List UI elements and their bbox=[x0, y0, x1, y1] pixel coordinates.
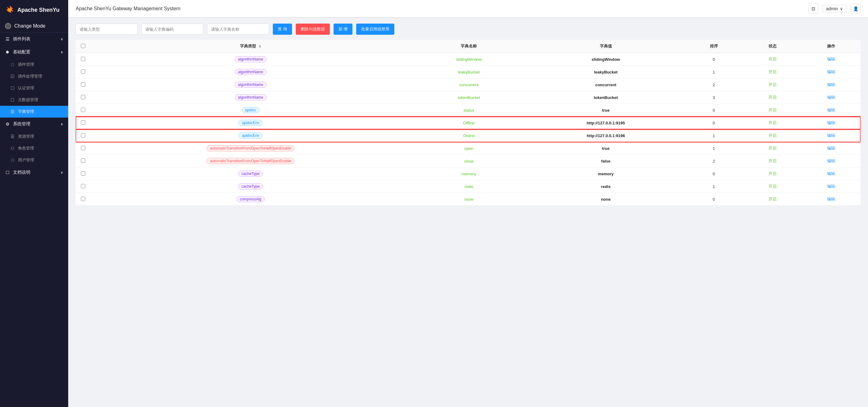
col-status-label: 状态 bbox=[769, 44, 777, 49]
edit-link[interactable]: 编辑 bbox=[827, 184, 835, 188]
row-checkbox[interactable] bbox=[81, 184, 85, 188]
row-checkbox[interactable] bbox=[81, 197, 85, 201]
change-mode-btn[interactable]: Change Mode bbox=[0, 20, 68, 33]
row-status-cell: 开启 bbox=[743, 193, 802, 206]
row-sort-cell: 1 bbox=[684, 129, 743, 142]
sidebar-item-meta-manage[interactable]: ☐ 元数据管理 bbox=[0, 94, 68, 106]
query-button[interactable]: 查 询 bbox=[273, 24, 292, 35]
edit-link[interactable]: 编辑 bbox=[827, 171, 835, 176]
table-row: apidocstatustrue0开启编辑 bbox=[75, 104, 861, 117]
delete-label: 删除勾选数据 bbox=[301, 26, 325, 32]
edit-link[interactable]: 编辑 bbox=[827, 120, 835, 125]
batch-button[interactable]: 批量启用或禁用 bbox=[356, 24, 394, 35]
header-monitor-btn[interactable]: ⊡ bbox=[808, 4, 818, 13]
row-sort-cell: 1 bbox=[684, 142, 743, 155]
row-type-cell: algorithmName bbox=[91, 53, 411, 66]
row-value-cell: http://127.0.0.1:9195 bbox=[527, 117, 684, 129]
row-checkbox-cell bbox=[75, 180, 91, 193]
row-checkbox[interactable] bbox=[81, 108, 85, 112]
row-type-cell: automaticTransitionFromOpenToHalfOpenEna… bbox=[91, 142, 411, 155]
sidebar-item-user-manage[interactable]: ⚆ 用户管理 bbox=[0, 154, 68, 166]
row-status-cell: 开启 bbox=[743, 168, 802, 180]
row-checkbox-cell bbox=[75, 155, 91, 168]
row-checkbox[interactable] bbox=[81, 69, 85, 74]
sidebar-item-resource-manage[interactable]: ☰ 资源管理 bbox=[0, 130, 68, 142]
edit-link[interactable]: 编辑 bbox=[827, 146, 835, 150]
add-button[interactable]: 新 增 bbox=[334, 24, 353, 35]
admin-menu-btn[interactable]: admin ∨ bbox=[822, 5, 847, 13]
row-checkbox[interactable] bbox=[81, 146, 85, 150]
sidebar-item-auth-manage[interactable]: ☐ 认证管理 bbox=[0, 82, 68, 94]
row-checkbox[interactable] bbox=[81, 95, 85, 99]
edit-link[interactable]: 编辑 bbox=[827, 57, 835, 61]
edit-link[interactable]: 编辑 bbox=[827, 197, 835, 201]
row-status-cell: 开启 bbox=[743, 117, 802, 129]
row-sort-cell: 2 bbox=[684, 155, 743, 168]
col-value-label: 字典值 bbox=[600, 44, 612, 49]
status-badge: 开启 bbox=[769, 158, 777, 163]
logo: Apache ShenYu bbox=[0, 0, 68, 20]
sidebar-item-sys-manage[interactable]: ⚙ 系统管理 ∧ bbox=[0, 118, 68, 130]
sidebar-item-role-manage[interactable]: ⚇ 角色管理 bbox=[0, 142, 68, 154]
col-type-label: 字典类型 bbox=[240, 44, 256, 49]
row-checkbox[interactable] bbox=[81, 82, 85, 87]
row-value-cell: http://127.0.0.1:9196 bbox=[527, 129, 684, 142]
edit-link[interactable]: 编辑 bbox=[827, 69, 835, 74]
sidebar-item-plugin-manage[interactable]: □ 插件管理 bbox=[0, 59, 68, 70]
row-checkbox-cell bbox=[75, 91, 91, 104]
search-type-input[interactable] bbox=[75, 24, 137, 35]
doc-explain-icon: ☐ bbox=[5, 170, 10, 175]
table-row: apidocEnvOfflinehttp://127.0.0.1:91950开启… bbox=[75, 117, 861, 129]
row-status-cell: 开启 bbox=[743, 53, 802, 66]
row-checkbox[interactable] bbox=[81, 158, 85, 163]
row-checkbox[interactable] bbox=[81, 133, 85, 138]
row-name-cell: open bbox=[411, 142, 527, 155]
col-name-label: 字典名称 bbox=[461, 44, 477, 49]
row-type-cell: cacheType bbox=[91, 168, 411, 180]
type-tag: algorithmName bbox=[235, 94, 267, 100]
status-badge: 开启 bbox=[769, 197, 777, 201]
col-checkbox bbox=[75, 40, 91, 53]
table-body: algorithmNameslidingWindowslidingWindow0… bbox=[75, 53, 861, 206]
type-tag: algorithmName bbox=[235, 69, 267, 75]
batch-label: 批量启用或禁用 bbox=[361, 26, 390, 32]
sidebar-item-basic-config[interactable]: ✱ 基础配置 ∧ bbox=[0, 46, 68, 59]
edit-link[interactable]: 编辑 bbox=[827, 158, 835, 163]
basic-config-arrow: ∧ bbox=[60, 50, 63, 54]
row-sort-cell: 0 bbox=[684, 117, 743, 129]
user-manage-label: 用户管理 bbox=[18, 157, 34, 163]
row-type-cell: automaticTransitionFromOpenToHalfOpenEna… bbox=[91, 155, 411, 168]
row-checkbox-cell bbox=[75, 117, 91, 129]
type-tag: cacheType bbox=[238, 183, 263, 190]
row-checkbox-cell bbox=[75, 193, 91, 206]
row-checkbox[interactable] bbox=[81, 171, 85, 176]
delete-button[interactable]: 删除勾选数据 bbox=[296, 24, 330, 35]
sidebar-item-plugin-handler[interactable]: ☑ 插件处理管理 bbox=[0, 70, 68, 82]
row-type-cell: algorithmName bbox=[91, 91, 411, 104]
type-tag: apidocEnv bbox=[238, 120, 262, 126]
row-checkbox[interactable] bbox=[81, 120, 85, 125]
sidebar-item-dict-manage[interactable]: ☰ 字典管理 bbox=[0, 106, 68, 118]
col-type-sort-icon: ⇅ bbox=[258, 45, 261, 48]
status-badge: 开启 bbox=[769, 133, 777, 138]
search-name-input[interactable] bbox=[207, 24, 269, 35]
meta-manage-icon: ☐ bbox=[10, 97, 15, 103]
sidebar-item-plugin-list[interactable]: ☰ 插件列表 ∨ bbox=[0, 33, 68, 46]
search-code-input[interactable] bbox=[142, 24, 204, 35]
edit-link[interactable]: 编辑 bbox=[827, 108, 835, 112]
mode-circle-icon bbox=[5, 23, 11, 29]
row-sort-cell: 1 bbox=[684, 66, 743, 79]
sidebar-item-doc-explain[interactable]: ☐ 文档说明 ∨ bbox=[0, 166, 68, 179]
select-all-checkbox[interactable] bbox=[81, 44, 85, 48]
row-checkbox-cell bbox=[75, 129, 91, 142]
edit-link[interactable]: 编辑 bbox=[827, 95, 835, 99]
edit-link[interactable]: 编辑 bbox=[827, 82, 835, 87]
plugin-handler-icon: ☑ bbox=[10, 74, 15, 79]
row-op-cell: 编辑 bbox=[802, 155, 861, 168]
header-user-btn[interactable]: 👤 bbox=[850, 4, 861, 13]
row-checkbox[interactable] bbox=[81, 57, 85, 61]
row-type-cell: apidocEnv bbox=[91, 117, 411, 129]
doc-explain-label: 文档说明 bbox=[13, 170, 30, 175]
resource-manage-label: 资源管理 bbox=[18, 134, 34, 139]
edit-link[interactable]: 编辑 bbox=[827, 133, 835, 138]
